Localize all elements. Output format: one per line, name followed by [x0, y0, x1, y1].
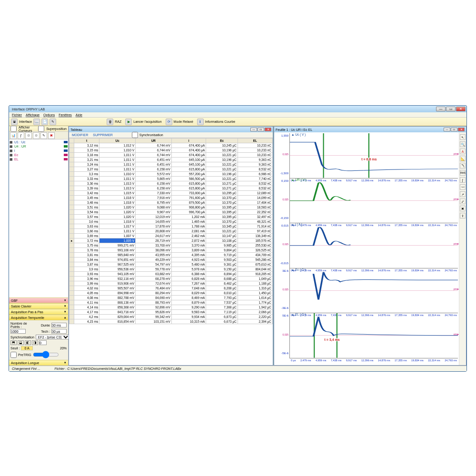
table-row[interactable]: 4,14 ms858,368 mV92,896 mV9,290 mA7,368 … [69, 305, 273, 310]
minimize-button[interactable]: — [436, 107, 446, 111]
table-row[interactable]: 3,93 ms943,105 mV63,882 mV6,388 mA8,894 … [69, 272, 273, 277]
sync-edge3-icon[interactable]: ◧ [25, 340, 31, 345]
table-row[interactable]: 3,51 ms1,020 V9,088 mV908,800 µA10,395 µ… [69, 205, 273, 210]
tool-icon[interactable]: ✎ [50, 119, 56, 125]
table-row[interactable]: 3,96 ms932,116 mV68,278 mV6,828 mA8,688 … [69, 277, 273, 281]
table-row[interactable]: 3,36 ms1,013 V6,158 mV615,800 µA10,271 µ… [69, 181, 273, 186]
table-row[interactable]: 3,3 ms1,010 V5,572 mV557,200 µA10,196 µC… [69, 172, 273, 177]
var-row[interactable]: ▦i [10, 149, 68, 153]
table-row[interactable]: 3,12 ms1,012 V6,744 mV674,400 µA10,245 µ… [69, 143, 273, 148]
table-row[interactable]: 3,57 ms1,020 V12,019 mV1,202 mA10,395 µC… [69, 215, 273, 219]
sheet-icon[interactable]: 📄 [41, 119, 48, 125]
rms-tool-icon[interactable]: RMS [460, 170, 466, 176]
feuille-close-button[interactable]: ✕ [458, 128, 465, 131]
maximize-button[interactable]: ▭ [446, 107, 456, 111]
table-row[interactable]: 3,42 ms1,015 V7,330 mV733,000 µA10,295 µ… [69, 191, 273, 196]
table-row[interactable]: 3,21 ms1,011 V6,451 mV645,100 µA10,196 µ… [69, 158, 273, 162]
modifier-button[interactable]: MODIFIER [72, 133, 88, 137]
table-row[interactable]: 4,08 ms882,788 mV84,690 mV8,469 mA7,793 … [69, 296, 273, 300]
table-row[interactable]: 3,39 ms1,013 V6,158 mV615,800 µA10,271 µ… [69, 186, 273, 191]
text-tool-icon[interactable]: A [460, 149, 466, 154]
tableau-min-button[interactable]: — [250, 128, 257, 131]
chart-area[interactable]: 1,5500,025-1,500 ▲ Uc ( V ) t = 6,8 ms p… [274, 132, 459, 365]
var-add-icon[interactable]: 📊 [10, 132, 17, 139]
table-row[interactable]: 3,15 ms1,010 V6,744 mV674,400 µA10,196 µ… [69, 148, 273, 153]
info-icon[interactable]: ℹ [197, 119, 204, 125]
feuille-min-button[interactable]: — [444, 128, 450, 131]
table-header[interactable]: EL [238, 139, 272, 143]
table-header[interactable]: UR [135, 139, 171, 143]
acc-gbf[interactable]: GBF▾ [9, 298, 68, 303]
table-sync-checkbox[interactable] [132, 132, 138, 138]
slope-tool-icon[interactable]: ↗ [460, 191, 466, 197]
table-row[interactable]: 3,33 ms1,011 V5,865 mV586,500 µA10,221 µ… [69, 177, 273, 181]
close-button[interactable]: ✕ [456, 107, 466, 111]
table-header[interactable]: t [74, 139, 99, 143]
table-row[interactable]: 3,63 ms1,017 V17,878 mV1,788 mA10,345 µC… [69, 224, 273, 229]
chart-panel[interactable]: ▲ UR ( V ) pts▸ 0 µs2,479 ms4,959 ms7,43… [289, 178, 458, 224]
sync-select[interactable]: EF2 - [prise C3] [36, 335, 70, 339]
table-row[interactable]: 3,45 ms1,018 V7,916 mV791,600 µA10,370 µ… [69, 196, 273, 200]
interface-icon[interactable]: 🖥 [11, 119, 18, 125]
sync-edge1-icon[interactable]: ⬒ [10, 340, 17, 345]
var-fx-icon[interactable]: ƒ [18, 132, 24, 139]
table-row[interactable]: 3,24 ms1,011 V6,451 mV645,100 µA10,221 µ… [69, 162, 273, 167]
table-row[interactable]: 3,75 ms999,271 mV33,700 mV3,370 mA9,985 … [69, 243, 273, 248]
table-header[interactable]: Ec [206, 139, 238, 143]
curseurs-checkbox[interactable] [10, 126, 17, 132]
table-row[interactable]: 4,17 ms843,716 mV95,826 mV9,583 mA7,119 … [69, 310, 273, 315]
titlebar[interactable]: Interface ORPHY LAB — ▭ ✕ [9, 106, 466, 112]
sync-value-input[interactable] [39, 340, 47, 345]
integral-tool-icon[interactable]: ∫ [460, 177, 466, 183]
table-row[interactable]: ▸3,72 ms1,005 V28,719 mV2,872 mA10,108 µ… [69, 238, 273, 243]
table-row[interactable]: 3,87 ms967,525 mV54,797 mV5,480 mA9,361 … [69, 262, 273, 267]
feuille-max-button[interactable]: ▭ [451, 128, 457, 131]
var-row[interactable]: ▦EL [10, 157, 68, 161]
mode-icon[interactable]: ⟳ [166, 119, 172, 125]
table-row[interactable]: 4,23 ms816,854 mV103,151 mV10,315 mA6,67… [69, 319, 273, 324]
mode-label[interactable]: Mode Relaxé [174, 120, 193, 123]
var-gear2-icon[interactable]: ⚙ [33, 132, 40, 139]
table-row[interactable]: 3,54 ms1,020 V9,967 mV996,700 µA10,395 µ… [69, 210, 273, 215]
table-header[interactable]: Uc [99, 139, 136, 143]
lancer-label[interactable]: Lancer l'acquisition [133, 120, 161, 123]
supprimer-button[interactable]: SUPPRIMER [93, 133, 113, 137]
tableau-max-button[interactable]: ▭ [258, 128, 264, 131]
table-row[interactable]: 3,66 ms1,011 V20,808 mV2,081 mA10,221 µC… [69, 229, 273, 234]
cursor-tool-icon[interactable]: ↖ [460, 134, 466, 140]
var-row[interactable]: ▦Ec [10, 153, 68, 157]
table-row[interactable]: 3,69 ms1,007 V24,617 mV2,462 mA10,147 µC… [69, 234, 273, 238]
table-row[interactable]: 4,2 ms829,064 mV99,342 mV9,934 mA6,873 µ… [69, 315, 273, 319]
acc-saisie[interactable]: Saisie Clavier▾ [9, 303, 68, 309]
export-tool-icon[interactable]: ⇪ [460, 213, 466, 218]
info-label[interactable]: Informations Courbe [205, 120, 235, 123]
menu-options[interactable]: Options [43, 113, 55, 117]
chart-panel[interactable]: ▲ Ec ( C ) pts▸ 0 µs2,479 ms4,959 ms7,43… [289, 268, 458, 314]
duree-input[interactable] [51, 323, 67, 327]
tangent-tool-icon[interactable]: ⤢ [460, 198, 466, 204]
table-row[interactable]: 3,18 ms1,011 V6,744 mV674,400 µA10,221 µ… [69, 153, 273, 158]
table-row[interactable]: 3,27 ms1,011 V6,158 mV615,800 µA10,221 µ… [69, 167, 273, 172]
menu-fenetres[interactable]: Fenêtres [59, 113, 72, 117]
table-row[interactable]: 3,48 ms1,018 V8,795 mV879,500 µA10,370 µ… [69, 200, 273, 205]
table-row[interactable]: 3,78 ms993,166 mV38,096 mV3,809 mA9,864 … [69, 248, 273, 253]
table-header[interactable] [69, 139, 74, 143]
raz-icon[interactable]: 🗑 [107, 119, 113, 125]
sync-edge4-icon[interactable]: ◨ [32, 340, 38, 345]
tech-input[interactable] [51, 329, 67, 334]
table-row[interactable]: 4,11 ms868,136 mV88,793 mV8,879 mA7,537 … [69, 300, 273, 305]
menu-affichage[interactable]: Affichage [26, 113, 40, 117]
table-row[interactable]: 4,05 ms894,998 mV80,294 mV8,029 mA8,010 … [69, 291, 273, 296]
play-icon[interactable]: ▶ [125, 119, 132, 125]
npoints-input[interactable] [10, 329, 26, 334]
raz-label[interactable]: RAZ [115, 120, 121, 123]
measure-tool-icon[interactable]: 📐 [460, 156, 466, 161]
acc-pas[interactable]: Acquisition Pas à Pas▾ [9, 309, 68, 315]
menu-fichier[interactable]: Fichier [12, 113, 22, 117]
sync-edge2-icon[interactable]: ⬓ [18, 340, 24, 345]
data-table[interactable]: tUcURiEcEL3,12 ms1,012 V6,744 mV674,400 … [69, 138, 273, 324]
var-gear-icon[interactable]: ⚙ [25, 132, 32, 139]
table-row[interactable]: 3,81 ms985,840 mV43,955 mV4,395 mA9,719 … [69, 253, 273, 258]
fit-tool-icon[interactable]: 〰 [460, 184, 466, 190]
superposition-checkbox[interactable] [38, 126, 44, 132]
